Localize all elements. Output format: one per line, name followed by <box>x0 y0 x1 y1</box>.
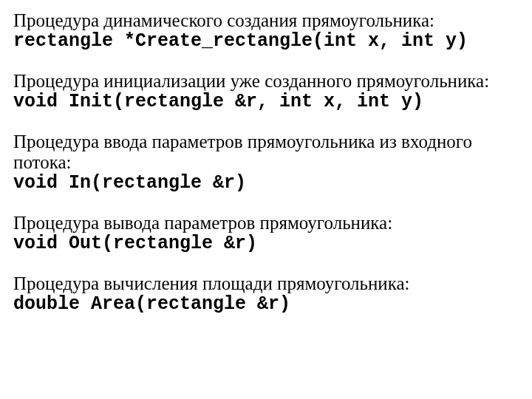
procedure-description: Процедура ввода параметров прямоугольник… <box>13 132 520 173</box>
procedure-description: Процедура вычисления площади прямоугольн… <box>13 273 520 294</box>
procedure-block: Процедура вывода параметров прямоугольни… <box>13 213 520 254</box>
procedure-signature: double Area(rectangle &r) <box>13 294 520 315</box>
procedure-block: Процедура ввода параметров прямоугольник… <box>13 132 520 194</box>
procedure-signature: void Init(rectangle &r, int x, int y) <box>13 92 520 112</box>
procedure-description: Процедура инициализации уже созданного п… <box>13 71 520 92</box>
procedure-description: Процедура динамического создания прямоуг… <box>13 10 520 31</box>
procedure-signature: rectangle *Create_rectangle(int x, int y… <box>13 31 520 52</box>
procedure-block: Процедура инициализации уже созданного п… <box>13 71 520 112</box>
procedure-signature: void In(rectangle &r) <box>13 173 520 194</box>
procedure-block: Процедура динамического создания прямоуг… <box>13 10 520 52</box>
document-page: Процедура динамического создания прямоуг… <box>0 0 532 327</box>
procedure-description: Процедура вывода параметров прямоугольни… <box>13 213 520 233</box>
procedure-block: Процедура вычисления площади прямоугольн… <box>13 273 520 315</box>
procedure-signature: void Out(rectangle &r) <box>13 233 520 254</box>
